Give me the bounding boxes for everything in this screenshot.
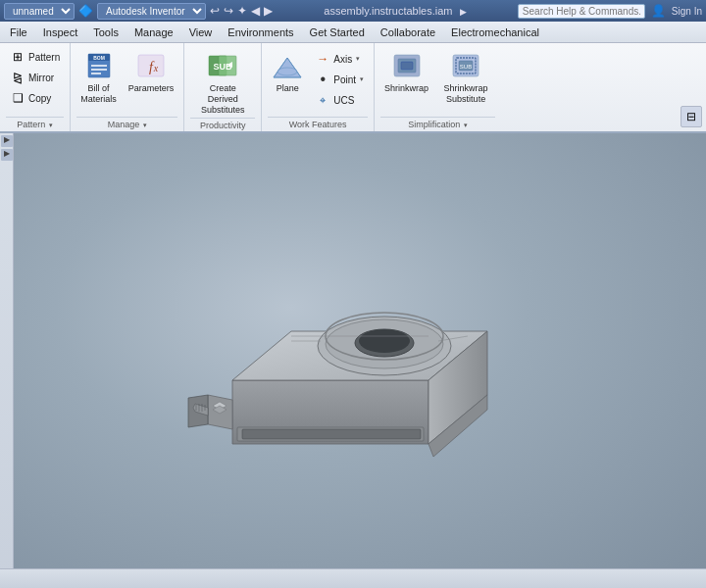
ribbon-extra: ⊟ xyxy=(501,43,706,131)
app-icon: 🔷 xyxy=(78,4,93,18)
productivity-section-label: Productivity xyxy=(190,118,255,132)
svg-rect-18 xyxy=(401,62,413,70)
svg-text:SUB: SUB xyxy=(460,64,472,70)
ribbon-section-work-features: Plane → Axis ▾ • Point ▾ ⌖ UCS xyxy=(262,43,375,131)
redo-icon[interactable]: ↪ xyxy=(224,4,233,18)
shrinkwrap-sub-icon: SUB xyxy=(450,50,481,81)
viewport[interactable] xyxy=(14,133,706,568)
create-content: ⊞ Pattern ⧎ Mirror ❑ Copy xyxy=(6,47,64,117)
left-panel-btn-2[interactable]: ▶ xyxy=(1,149,13,161)
create-derived-button[interactable]: SUB Create DerivedSubstitutes xyxy=(190,47,255,118)
bom-icon: BOM xyxy=(83,50,115,81)
menu-collaborate[interactable]: Collaborate xyxy=(373,24,443,41)
menu-view[interactable]: View xyxy=(181,24,221,41)
ribbon-section-manage: BOM Bill ofMaterials f x Parameters Mana… xyxy=(71,43,184,131)
pattern-button[interactable]: ⊞ Pattern xyxy=(6,47,64,67)
mirror-label: Mirror xyxy=(28,73,54,83)
ribbon-section-productivity: SUB Create DerivedSubstitutes Productivi… xyxy=(184,43,262,131)
point-label: Point xyxy=(333,74,356,85)
undo-icon[interactable]: ↩ xyxy=(210,4,220,18)
nav-back-icon[interactable]: ◀ xyxy=(251,4,260,18)
ribbon-section-create: ⊞ Pattern ⧎ Mirror ❑ Copy Pattern ▾ xyxy=(0,43,71,131)
sign-in-label[interactable]: Sign In xyxy=(672,6,702,17)
title-bar: unnamed 🔷 Autodesk Inventor ↩ ↪ ✦ ◀ ▶ as… xyxy=(0,0,706,22)
shrinkwrap-substitute-button[interactable]: SUB Shrinkwrap Substitute xyxy=(436,47,495,108)
ribbon: ⊞ Pattern ⧎ Mirror ❑ Copy Pattern ▾ xyxy=(0,43,706,133)
plane-label: Plane xyxy=(277,83,299,94)
manage-section-label: Manage ▾ xyxy=(76,117,177,131)
svg-text:x: x xyxy=(153,63,159,74)
copy-icon: ❑ xyxy=(10,90,25,106)
simplification-content: Shrinkwrap SUB Shrinkwrap Substitute xyxy=(380,47,495,117)
plane-button[interactable]: Plane xyxy=(268,47,307,97)
point-icon: • xyxy=(315,72,330,87)
create-buttons: ⊞ Pattern ⧎ Mirror ❑ Copy xyxy=(6,47,64,108)
svg-point-15 xyxy=(277,68,297,75)
pattern-label: Pattern xyxy=(28,52,60,63)
user-icon: 👤 xyxy=(651,4,666,18)
file-dropdown[interactable]: unnamed xyxy=(4,3,75,20)
app-dropdown[interactable]: Autodesk Inventor xyxy=(97,3,206,20)
menu-file[interactable]: File xyxy=(2,24,35,41)
menu-inspect[interactable]: Inspect xyxy=(35,24,85,41)
status-bar xyxy=(0,568,706,588)
collapse-ribbon-btn[interactable]: ⊟ xyxy=(681,106,702,127)
copy-label: Copy xyxy=(28,93,51,104)
shrinkwrap-icon xyxy=(391,50,423,81)
ucs-label: UCS xyxy=(333,95,354,106)
menu-electromechanical[interactable]: Electromechanical xyxy=(443,24,547,41)
simplification-dropdown-btn[interactable]: Simplification ▾ xyxy=(408,120,468,129)
manage-dropdown-btn[interactable]: Manage ▾ xyxy=(108,120,147,129)
axis-label: Axis xyxy=(333,54,352,65)
filename-label: assembly.instructables.iam xyxy=(324,5,452,17)
parameters-label: Parameters xyxy=(128,83,175,94)
shrinkwrap-label: Shrinkwrap xyxy=(384,83,429,94)
mirror-icon: ⧎ xyxy=(10,70,25,85)
axis-icon: → xyxy=(315,51,330,67)
productivity-content: SUB Create DerivedSubstitutes xyxy=(190,47,255,118)
axis-button[interactable]: → Axis ▾ xyxy=(311,49,368,69)
point-button[interactable]: • Point ▾ xyxy=(311,70,368,89)
add-icon[interactable]: ✦ xyxy=(237,4,247,18)
mirror-button[interactable]: ⧎ Mirror xyxy=(6,68,64,87)
left-panel-btn-1[interactable]: ▶ xyxy=(1,135,13,147)
bill-of-materials-button[interactable]: BOM Bill ofMaterials xyxy=(76,47,121,108)
work-features-small: → Axis ▾ • Point ▾ ⌖ UCS xyxy=(311,49,368,110)
ucs-icon: ⌖ xyxy=(315,92,330,108)
work-features-section-label: Work Features xyxy=(268,117,368,131)
search-input[interactable] xyxy=(518,4,645,19)
svg-text:BOM: BOM xyxy=(93,55,105,61)
svg-text:SUB: SUB xyxy=(214,62,233,72)
shrinkwrap-button[interactable]: Shrinkwrap xyxy=(380,47,432,97)
shrinkwrap-sub-label: Shrinkwrap Substitute xyxy=(440,83,491,105)
pattern-dropdown-btn[interactable]: Pattern ▾ xyxy=(17,120,53,129)
svg-point-29 xyxy=(359,329,410,353)
nav-fwd-icon[interactable]: ▶ xyxy=(264,4,273,18)
menu-environments[interactable]: Environments xyxy=(220,24,301,41)
left-panel: ▶ ▶ xyxy=(0,133,14,588)
simplification-section-label: Simplification ▾ xyxy=(380,117,495,131)
plane-icon xyxy=(272,50,303,81)
ribbon-section-simplification: Shrinkwrap SUB Shrinkwrap Substitute Sim… xyxy=(375,43,501,131)
menu-get-started[interactable]: Get Started xyxy=(302,24,373,41)
parameters-button[interactable]: f x Parameters xyxy=(125,47,178,97)
filename-arrow: ▶ xyxy=(460,7,467,17)
title-bar-filename: assembly.instructables.iam ▶ xyxy=(273,5,518,17)
menu-manage[interactable]: Manage xyxy=(126,24,181,41)
parameters-icon: f x xyxy=(135,50,167,81)
derive-label: Create DerivedSubstitutes xyxy=(194,83,251,115)
menu-tools[interactable]: Tools xyxy=(85,24,126,41)
title-bar-left: unnamed 🔷 Autodesk Inventor ↩ ↪ ✦ ◀ ▶ xyxy=(4,3,273,20)
svg-rect-32 xyxy=(242,429,421,439)
copy-button[interactable]: ❑ Copy xyxy=(6,88,64,108)
title-bar-right: 👤 Sign In xyxy=(518,4,702,19)
ucs-button[interactable]: ⌖ UCS xyxy=(311,90,368,110)
pattern-icon: ⊞ xyxy=(10,49,25,65)
3d-view xyxy=(14,133,706,568)
bom-label: Bill ofMaterials xyxy=(80,83,117,105)
3d-model-svg xyxy=(154,184,566,517)
create-section-label: Pattern ▾ xyxy=(6,117,64,131)
derive-icon: SUB xyxy=(207,50,238,81)
work-features-content: Plane → Axis ▾ • Point ▾ ⌖ UCS xyxy=(268,47,368,117)
menu-bar: File Inspect Tools Manage View Environme… xyxy=(0,22,706,43)
